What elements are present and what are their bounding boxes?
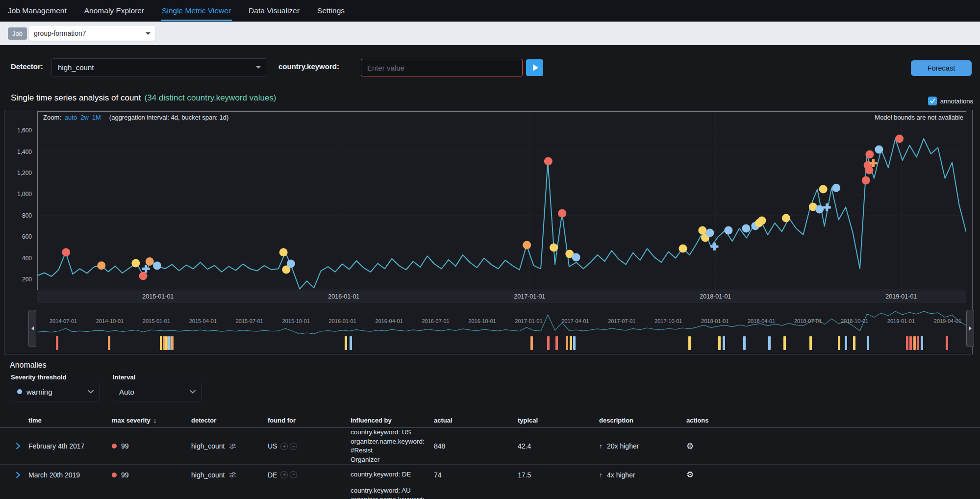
nav-tab-settings[interactable]: Settings [317,0,345,22]
anomaly-marker[interactable] [523,241,531,250]
anomaly-row: February 4th 201799high_countAU+−country… [0,485,980,499]
context-axis-label: 2018-07-01 [794,318,822,324]
column-header-detector[interactable]: detector [191,417,268,424]
anomaly-marker[interactable] [153,262,161,270]
aggregation-interval-note: (aggregation interval: 4d, bucket span: … [109,114,229,121]
anomaly-marker[interactable] [819,185,828,194]
anomaly-marker[interactable] [865,166,874,174]
column-header-actions[interactable]: actions [686,417,980,424]
context-scroll-right-handle[interactable] [966,310,974,347]
anomaly-marker[interactable] [139,272,148,280]
annotation-swimlane [37,336,966,350]
annotation-band-warning [723,336,725,350]
zoom-option-auto[interactable]: auto [65,114,77,121]
rules-icon[interactable] [229,471,236,478]
gear-icon[interactable]: ⚙ [686,441,694,451]
filter-for-icon[interactable]: + [280,443,288,450]
zoom-option-1M[interactable]: 1M [92,114,101,121]
anomaly-marker[interactable] [865,150,874,159]
anomaly-marker[interactable] [875,146,883,154]
anomaly-marker-cross[interactable] [823,203,831,211]
job-select[interactable]: group-formation7 [29,26,155,41]
anomaly-marker[interactable] [146,257,154,266]
severity-dot-icon [112,444,117,449]
influencer-line: organizer.name.keyword: #Resist [351,437,434,455]
apply-entity-button[interactable] [526,59,543,76]
expand-row-button[interactable] [0,472,28,478]
anomaly-marker[interactable] [544,157,553,166]
anomaly-marker[interactable] [862,176,870,185]
anomalies-table-header: timemax severity↓detectorfound forinflue… [0,413,980,428]
nav-tab-single-metric-viewer[interactable]: Single Metric Viewer [162,0,231,22]
time-series-chart: Zoom: auto2w1M (aggregation interval: 4d… [4,110,973,354]
anomaly-marker[interactable] [279,248,288,256]
column-header-found-for[interactable]: found for [268,417,351,424]
anomaly-marker[interactable] [832,184,840,192]
context-axis-label: 2014-07-01 [50,318,77,324]
play-icon [533,64,538,71]
filter-for-icon[interactable]: + [280,471,288,478]
column-header-label: description [599,417,633,424]
context-axis-label: 2017-04-01 [561,318,589,324]
anomaly-marker[interactable] [706,229,714,237]
filter-out-icon[interactable]: − [290,471,297,478]
expand-row-button[interactable] [0,443,28,449]
detector-select[interactable]: high_count [51,58,267,76]
anomaly-marker[interactable] [558,209,566,218]
anomaly-marker[interactable] [724,226,732,235]
anomaly-marker[interactable] [895,134,904,143]
rules-icon[interactable] [229,443,236,450]
anomaly-marker-cross[interactable] [710,243,718,250]
anomaly-marker[interactable] [287,260,295,268]
found-for-value: DE [268,471,277,479]
filter-icons: +− [280,443,297,450]
anomaly-marker[interactable] [758,217,766,225]
anomaly-marker[interactable] [97,261,105,270]
gear-icon[interactable]: ⚙ [686,470,694,480]
annotation-band-major [530,336,533,350]
anomaly-marker[interactable] [698,226,706,235]
column-header-label: actual [434,417,452,424]
anomaly-marker[interactable] [782,214,790,223]
annotations-checkbox[interactable] [928,97,937,105]
anomaly-found-for: US+− [268,442,351,450]
anomaly-marker[interactable] [815,205,824,214]
column-header-typical[interactable]: typical [518,417,599,424]
column-header-time[interactable]: time [28,417,112,424]
annotation-band-minor [570,336,572,350]
zoom-option-2w[interactable]: 2w [80,114,89,121]
context-axis-label: 2019-04-01 [934,318,961,324]
found-for-value: US [268,442,277,450]
column-header-label: influenced by [351,417,392,424]
anomaly-description: ↑4x higher [599,471,686,479]
context-axis-label: 2015-10-01 [282,318,310,324]
entity-value-input[interactable]: Enter value [361,59,523,76]
annotation-band-critical [946,336,948,350]
nav-tab-data-visualizer[interactable]: Data Visualizer [249,0,300,22]
column-header-actual[interactable]: actual [434,417,518,424]
column-header-influenced-by[interactable]: influenced by [351,417,434,424]
context-axis-label: 2019-01-01 [887,318,915,324]
nav-tab-anomaly-explorer[interactable]: Anomaly Explorer [84,0,144,22]
influencer-line: Organizer [351,455,434,465]
forecast-button[interactable]: Forecast [911,60,972,76]
anomaly-marker[interactable] [550,243,558,251]
anomaly-typical: 17.5 [518,471,599,479]
interval-select[interactable]: Auto [113,382,202,401]
anomaly-marker[interactable] [679,245,687,253]
anomaly-marker[interactable] [131,259,140,268]
anomaly-marker[interactable] [572,253,580,262]
severity-threshold-select[interactable]: warning [11,382,100,401]
annotation-band-minor [809,336,812,350]
column-header-description[interactable]: description [599,417,686,424]
column-header-label: detector [191,417,216,424]
column-header-max-severity[interactable]: max severity↓ [112,417,191,424]
anomaly-marker[interactable] [62,248,70,256]
nav-tab-job-management[interactable]: Job Management [8,0,67,22]
context-scroll-left-handle[interactable] [28,310,36,347]
annotation-band-warning [168,336,171,350]
context-axis-label: 2014-10-01 [96,318,124,324]
filter-out-icon[interactable]: − [290,443,297,450]
interval-value: Auto [119,388,134,396]
anomaly-marker[interactable] [742,225,750,233]
